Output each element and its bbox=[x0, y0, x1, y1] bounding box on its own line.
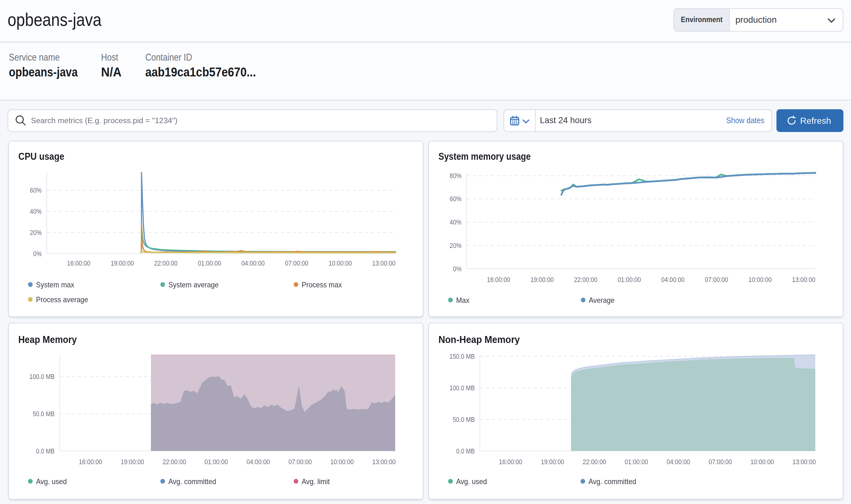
svg-text:04:00:00: 04:00:00 bbox=[246, 458, 269, 466]
svg-text:16:00:00: 16:00:00 bbox=[498, 458, 522, 466]
svg-text:22:00:00: 22:00:00 bbox=[162, 458, 186, 466]
svg-text:100.0 MB: 100.0 MB bbox=[449, 384, 475, 392]
svg-text:10:00:00: 10:00:00 bbox=[328, 259, 352, 267]
svg-text:Avg. used: Avg. used bbox=[36, 477, 67, 486]
svg-text:13:00:00: 13:00:00 bbox=[372, 458, 395, 466]
svg-text:0%: 0% bbox=[453, 265, 461, 272]
svg-text:16:00:00: 16:00:00 bbox=[486, 275, 510, 283]
svg-text:01:00:00: 01:00:00 bbox=[197, 259, 221, 267]
svg-text:19:00:00: 19:00:00 bbox=[530, 275, 553, 283]
svg-text:04:00:00: 04:00:00 bbox=[241, 259, 264, 267]
svg-text:22:00:00: 22:00:00 bbox=[583, 458, 606, 466]
svg-text:16:00:00: 16:00:00 bbox=[78, 458, 102, 466]
svg-text:20%: 20% bbox=[30, 228, 41, 236]
svg-text:50.0 MB: 50.0 MB bbox=[453, 416, 475, 424]
svg-text:01:00:00: 01:00:00 bbox=[205, 458, 228, 466]
svg-text:01:00:00: 01:00:00 bbox=[617, 275, 641, 283]
svg-text:22:00:00: 22:00:00 bbox=[154, 259, 177, 267]
svg-text:13:00:00: 13:00:00 bbox=[792, 275, 815, 283]
svg-text:04:00:00: 04:00:00 bbox=[661, 275, 684, 283]
svg-text:10:00:00: 10:00:00 bbox=[750, 458, 774, 466]
svg-text:19:00:00: 19:00:00 bbox=[120, 458, 144, 466]
svg-text:13:00:00: 13:00:00 bbox=[792, 458, 816, 466]
svg-text:07:00:00: 07:00:00 bbox=[708, 458, 732, 466]
svg-text:150.0 MB: 150.0 MB bbox=[449, 353, 475, 360]
svg-text:10:00:00: 10:00:00 bbox=[330, 458, 353, 466]
svg-text:07:00:00: 07:00:00 bbox=[285, 259, 308, 267]
svg-text:80%: 80% bbox=[449, 172, 461, 179]
svg-text:01:00:00: 01:00:00 bbox=[624, 458, 648, 466]
svg-text:60%: 60% bbox=[449, 195, 461, 202]
svg-text:Process average: Process average bbox=[36, 295, 88, 304]
svg-text:0%: 0% bbox=[33, 250, 41, 257]
svg-text:Process max: Process max bbox=[301, 280, 341, 289]
svg-text:13:00:00: 13:00:00 bbox=[372, 259, 395, 267]
svg-text:Max: Max bbox=[456, 295, 469, 304]
svg-text:40%: 40% bbox=[30, 207, 41, 215]
svg-text:22:00:00: 22:00:00 bbox=[574, 275, 597, 283]
svg-text:04:00:00: 04:00:00 bbox=[666, 458, 690, 466]
svg-text:07:00:00: 07:00:00 bbox=[288, 458, 312, 466]
svg-text:50.0 MB: 50.0 MB bbox=[32, 410, 54, 418]
svg-text:0.0 MB: 0.0 MB bbox=[456, 447, 475, 455]
svg-text:20%: 20% bbox=[449, 241, 461, 249]
svg-text:0.0 MB: 0.0 MB bbox=[36, 447, 54, 455]
svg-text:19:00:00: 19:00:00 bbox=[540, 458, 564, 466]
svg-text:Avg. used: Avg. used bbox=[456, 477, 487, 486]
svg-text:System max: System max bbox=[36, 280, 74, 289]
svg-text:16:00:00: 16:00:00 bbox=[67, 259, 90, 267]
svg-text:Average: Average bbox=[588, 295, 615, 304]
svg-text:07:00:00: 07:00:00 bbox=[705, 275, 728, 283]
svg-text:60%: 60% bbox=[30, 186, 41, 194]
svg-text:100.0 MB: 100.0 MB bbox=[29, 373, 54, 380]
svg-text:19:00:00: 19:00:00 bbox=[110, 259, 134, 267]
svg-text:40%: 40% bbox=[449, 218, 461, 226]
svg-text:Avg. committed: Avg. committed bbox=[168, 477, 216, 486]
svg-text:Avg. limit: Avg. limit bbox=[301, 477, 330, 486]
svg-text:System average: System average bbox=[168, 280, 218, 289]
svg-text:Avg. committed: Avg. committed bbox=[588, 477, 636, 486]
svg-text:10:00:00: 10:00:00 bbox=[748, 275, 772, 283]
